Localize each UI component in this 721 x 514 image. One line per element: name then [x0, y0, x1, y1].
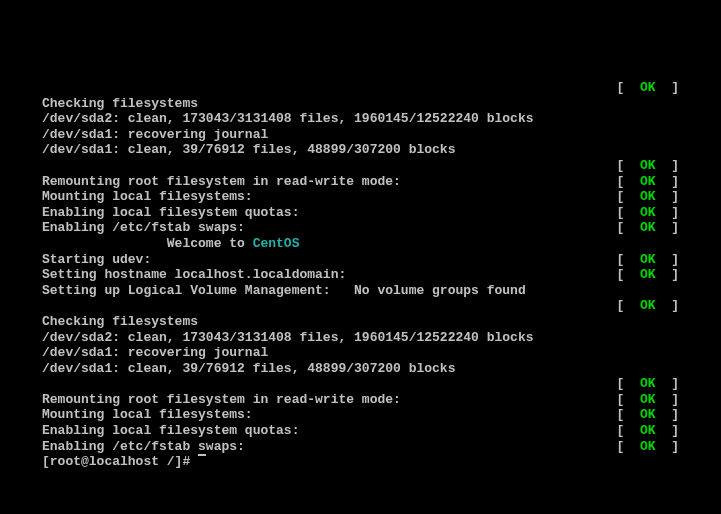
terminal-line: [ OK ]: [42, 80, 679, 96]
welcome-text: Welcome to: [42, 236, 253, 252]
terminal-line: Enabling local filesystem quotas:[ OK ]: [42, 423, 679, 439]
terminal-line: Enabling /etc/fstab swaps:[ OK ]: [42, 439, 679, 455]
boot-message: Mounting local filesystems:: [42, 407, 253, 423]
terminal-line: /dev/sda2: clean, 173043/3131408 files, …: [42, 111, 679, 127]
status-ok: [ OK ]: [617, 220, 679, 236]
status-ok: [ OK ]: [617, 205, 679, 221]
status-ok: [ OK ]: [617, 392, 679, 408]
os-name: CentOS: [253, 236, 300, 252]
terminal-line: Checking filesystems: [42, 96, 679, 112]
terminal-line: [root@localhost /]#: [42, 454, 679, 470]
boot-message: /dev/sda1: recovering journal: [42, 345, 268, 361]
terminal-line: [ OK ]: [42, 158, 679, 174]
boot-message: Setting up Logical Volume Management: No…: [42, 283, 526, 299]
status-ok: [ OK ]: [617, 423, 679, 439]
status-ok: [ OK ]: [617, 158, 679, 174]
boot-message: Remounting root filesystem in read-write…: [42, 174, 401, 190]
cursor-icon: [198, 454, 206, 456]
boot-message: /dev/sda1: clean, 39/76912 files, 48899/…: [42, 361, 455, 377]
shell-prompt[interactable]: [root@localhost /]#: [42, 454, 198, 470]
terminal-line: Welcome to CentOS: [42, 236, 679, 252]
terminal-line: Enabling local filesystem quotas:[ OK ]: [42, 205, 679, 221]
status-ok: [ OK ]: [617, 298, 679, 314]
boot-message: Enabling local filesystem quotas:: [42, 205, 299, 221]
status-ok: [ OK ]: [617, 376, 679, 392]
terminal-line: Enabling /etc/fstab swaps:[ OK ]: [42, 220, 679, 236]
boot-message: /dev/sda1: recovering journal: [42, 127, 268, 143]
boot-message: /dev/sda2: clean, 173043/3131408 files, …: [42, 111, 533, 127]
terminal-line: Mounting local filesystems:[ OK ]: [42, 407, 679, 423]
status-ok: [ OK ]: [617, 189, 679, 205]
boot-message: Checking filesystems: [42, 96, 198, 112]
boot-message: Setting hostname localhost.localdomain:: [42, 267, 346, 283]
status-ok: [ OK ]: [617, 252, 679, 268]
boot-message: Checking filesystems: [42, 314, 198, 330]
terminal-line: Remounting root filesystem in read-write…: [42, 174, 679, 190]
terminal-output: [ OK ]Checking filesystems/dev/sda2: cle…: [42, 80, 679, 470]
boot-message: Enabling /etc/fstab swaps:: [42, 220, 245, 236]
terminal-line: Mounting local filesystems:[ OK ]: [42, 189, 679, 205]
terminal-line: Setting hostname localhost.localdomain:[…: [42, 267, 679, 283]
boot-message: Starting udev:: [42, 252, 151, 268]
boot-message: Mounting local filesystems:: [42, 189, 253, 205]
terminal-line: Starting udev:[ OK ]: [42, 252, 679, 268]
status-ok: [ OK ]: [617, 439, 679, 455]
terminal-line: /dev/sda1: recovering journal: [42, 345, 679, 361]
status-ok: [ OK ]: [617, 267, 679, 283]
boot-message: Enabling /etc/fstab swaps:: [42, 439, 245, 455]
status-ok: [ OK ]: [617, 174, 679, 190]
terminal-line: [ OK ]: [42, 298, 679, 314]
boot-message: /dev/sda1: clean, 39/76912 files, 48899/…: [42, 142, 455, 158]
status-ok: [ OK ]: [617, 407, 679, 423]
terminal-line: Checking filesystems: [42, 314, 679, 330]
boot-message: Remounting root filesystem in read-write…: [42, 392, 401, 408]
terminal-line: [ OK ]: [42, 376, 679, 392]
terminal-line: Remounting root filesystem in read-write…: [42, 392, 679, 408]
boot-message: /dev/sda2: clean, 173043/3131408 files, …: [42, 330, 533, 346]
boot-message: Enabling local filesystem quotas:: [42, 423, 299, 439]
status-ok: [ OK ]: [617, 80, 679, 96]
terminal-line: Setting up Logical Volume Management: No…: [42, 283, 679, 299]
terminal-line: /dev/sda1: clean, 39/76912 files, 48899/…: [42, 142, 679, 158]
terminal-line: /dev/sda2: clean, 173043/3131408 files, …: [42, 330, 679, 346]
terminal-line: /dev/sda1: clean, 39/76912 files, 48899/…: [42, 361, 679, 377]
terminal-line: /dev/sda1: recovering journal: [42, 127, 679, 143]
